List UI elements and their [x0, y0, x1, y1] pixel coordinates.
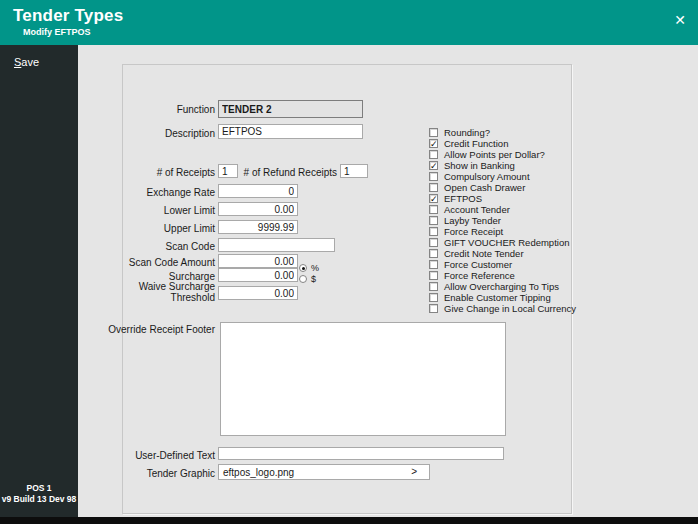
surcharge-unit-option[interactable]: $: [299, 273, 319, 284]
option-label: Force Reference: [444, 270, 515, 281]
option-label: Allow Overcharging To Tips: [444, 281, 559, 292]
surcharge-unit-label: %: [311, 263, 319, 273]
option-row[interactable]: Allow Points per Dollar?: [429, 149, 576, 160]
num-receipts-label: # of Receipts: [157, 167, 215, 178]
checkbox-unchecked-icon[interactable]: [429, 205, 438, 214]
bottom-strip: [0, 517, 698, 524]
checkbox-unchecked-icon[interactable]: [429, 238, 438, 247]
upper-limit-input[interactable]: [218, 220, 298, 234]
option-row[interactable]: ✓Show in Banking: [429, 160, 576, 171]
option-label: Layby Tender: [444, 215, 501, 226]
option-row[interactable]: ✓Credit Function: [429, 138, 576, 149]
browse-chevron-icon[interactable]: >: [411, 466, 417, 477]
option-row[interactable]: Layby Tender: [429, 215, 576, 226]
option-label: Enable Customer Tipping: [444, 292, 551, 303]
title-bar: Tender Types Modify EFTPOS ✕: [0, 0, 698, 45]
option-row[interactable]: Credit Note Tender: [429, 248, 576, 259]
option-row[interactable]: Compulsory Amount: [429, 171, 576, 182]
checkbox-unchecked-icon[interactable]: [429, 128, 438, 137]
checkbox-unchecked-icon[interactable]: [429, 172, 438, 181]
option-label: Rounding?: [444, 127, 490, 138]
user-defined-text-label: User-Defined Text: [135, 450, 215, 461]
pos-version: v9 Build 13 Dev 98: [0, 494, 78, 505]
option-label: Allow Points per Dollar?: [444, 149, 545, 160]
option-label: Credit Note Tender: [444, 248, 524, 259]
checkbox-checked-icon[interactable]: ✓: [429, 161, 438, 170]
checkbox-unchecked-icon[interactable]: [429, 282, 438, 291]
waive-surcharge-threshold-input[interactable]: [218, 286, 298, 300]
checkbox-unchecked-icon[interactable]: [429, 216, 438, 225]
surcharge-unit-radios: %$: [299, 262, 319, 284]
num-refund-receipts-input[interactable]: [340, 164, 368, 178]
checkbox-unchecked-icon[interactable]: [429, 271, 438, 280]
option-row[interactable]: Force Receipt: [429, 226, 576, 237]
checkbox-unchecked-icon[interactable]: [429, 183, 438, 192]
option-label: Credit Function: [444, 138, 508, 149]
num-refund-receipts-label: # of Refund Receipts: [244, 167, 337, 178]
tender-graphic-field[interactable]: eftpos_logo.png >: [218, 464, 430, 480]
save-button[interactable]: Save: [14, 56, 39, 68]
option-row[interactable]: ✓EFTPOS: [429, 193, 576, 204]
description-label: Description: [165, 128, 215, 139]
override-receipt-footer-label: Override Receipt Footer: [108, 324, 215, 335]
option-label: EFTPOS: [444, 193, 482, 204]
num-receipts-input[interactable]: [218, 164, 238, 178]
option-row[interactable]: Rounding?: [429, 127, 576, 138]
pos-name: POS 1: [0, 483, 78, 494]
option-row[interactable]: Enable Customer Tipping: [429, 292, 576, 303]
page-title: Tender Types: [13, 6, 123, 26]
checkbox-unchecked-icon[interactable]: [429, 293, 438, 302]
exchange-rate-input[interactable]: [218, 184, 298, 198]
checkbox-checked-icon[interactable]: ✓: [429, 139, 438, 148]
function-label: Function: [177, 104, 215, 115]
close-icon[interactable]: ✕: [674, 13, 686, 27]
tender-graphic-value: eftpos_logo.png: [223, 467, 425, 478]
lower-limit-input[interactable]: [218, 202, 298, 216]
option-label: GIFT VOUCHER Redemption: [444, 237, 569, 248]
checkbox-checked-icon[interactable]: ✓: [429, 194, 438, 203]
option-label: Force Customer: [444, 259, 512, 270]
checkbox-list: Rounding?✓Credit FunctionAllow Points pe…: [429, 127, 576, 314]
exchange-rate-label: Exchange Rate: [147, 187, 215, 198]
option-label: Show in Banking: [444, 160, 515, 171]
checkbox-unchecked-icon[interactable]: [429, 260, 438, 269]
waive-surcharge-threshold-label: Waive Surcharge Threshold: [133, 281, 215, 303]
option-row[interactable]: Allow Overcharging To Tips: [429, 281, 576, 292]
override-receipt-footer-textarea[interactable]: [220, 322, 506, 436]
checkbox-unchecked-icon[interactable]: [429, 304, 438, 313]
surcharge-unit-label: $: [311, 274, 316, 284]
option-label: Give Change in Local Currency: [444, 303, 576, 314]
pos-info: POS 1 v9 Build 13 Dev 98: [0, 483, 78, 505]
surcharge-unit-option[interactable]: %: [299, 262, 319, 273]
option-row[interactable]: Account Tender: [429, 204, 576, 215]
checkbox-unchecked-icon[interactable]: [429, 150, 438, 159]
radio-selected-icon[interactable]: [299, 264, 307, 272]
scan-code-amount-input[interactable]: [218, 254, 298, 268]
upper-limit-label: Upper Limit: [164, 223, 215, 234]
radio-unselected-icon[interactable]: [299, 275, 307, 283]
option-label: Open Cash Drawer: [444, 182, 525, 193]
scan-code-label: Scan Code: [166, 241, 215, 252]
scan-code-amount-label: Scan Code Amount: [129, 257, 215, 268]
option-label: Compulsory Amount: [444, 171, 530, 182]
option-row[interactable]: GIFT VOUCHER Redemption: [429, 237, 576, 248]
function-input[interactable]: [218, 100, 363, 118]
sidebar: Save POS 1 v9 Build 13 Dev 98: [0, 45, 78, 517]
description-input[interactable]: [218, 124, 363, 139]
option-row[interactable]: Give Change in Local Currency: [429, 303, 576, 314]
user-defined-text-input[interactable]: [218, 447, 504, 460]
save-button-label: Save: [14, 56, 39, 68]
option-row[interactable]: Force Reference: [429, 270, 576, 281]
tender-graphic-label: Tender Graphic: [147, 468, 215, 479]
lower-limit-label: Lower Limit: [164, 205, 215, 216]
checkbox-unchecked-icon[interactable]: [429, 227, 438, 236]
scan-code-input[interactable]: [218, 238, 335, 252]
tender-types-window: Tender Types Modify EFTPOS ✕ Save POS 1 …: [0, 0, 698, 524]
option-row[interactable]: Force Customer: [429, 259, 576, 270]
surcharge-input[interactable]: [218, 268, 298, 282]
option-label: Force Receipt: [444, 226, 503, 237]
option-label: Account Tender: [444, 204, 510, 215]
option-row[interactable]: Open Cash Drawer: [429, 182, 576, 193]
checkbox-unchecked-icon[interactable]: [429, 249, 438, 258]
page-subtitle: Modify EFTPOS: [23, 27, 91, 37]
